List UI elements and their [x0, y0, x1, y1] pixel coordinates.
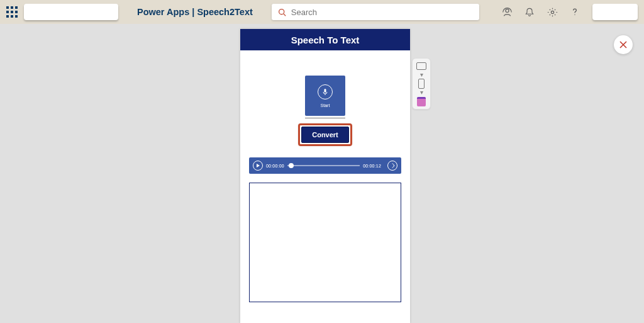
- product-name: Power Apps: [137, 7, 189, 17]
- record-underline: [305, 118, 345, 118]
- seek-knob[interactable]: [289, 163, 294, 168]
- device-preview: Speech To Text Start Convert 00:00:00 00…: [240, 29, 410, 323]
- device-toolbar: ▾ ▾: [412, 58, 431, 110]
- user-pill[interactable]: [592, 4, 638, 20]
- suite-header: Power Apps | Speech2Text: [0, 0, 644, 24]
- window-icon[interactable]: [416, 98, 426, 105]
- suite-title: Power Apps | Speech2Text: [137, 7, 253, 17]
- chevron-down-icon[interactable]: ▾: [420, 90, 423, 95]
- convert-highlight: Convert: [298, 123, 352, 146]
- canvas-area: Speech To Text Start Convert 00:00:00 00…: [0, 24, 644, 323]
- app-title: Speech To Text: [291, 35, 360, 45]
- total-time: 00:00:12: [363, 164, 381, 168]
- app-launcher-icon[interactable]: [6, 6, 18, 18]
- app-name: Speech2Text: [197, 7, 252, 17]
- settings-icon[interactable]: [543, 3, 561, 21]
- audio-player: 00:00:00 00:00:12: [249, 157, 401, 174]
- seek-track[interactable]: [287, 165, 360, 166]
- output-textbox[interactable]: [249, 183, 401, 302]
- close-icon: [619, 40, 628, 49]
- svg-point-4: [574, 14, 575, 15]
- current-time: 00:00:00: [266, 164, 284, 168]
- help-icon[interactable]: [566, 3, 584, 21]
- svg-rect-5: [325, 89, 326, 93]
- diagnostics-icon[interactable]: [498, 3, 516, 21]
- close-button[interactable]: [614, 35, 633, 54]
- record-tile[interactable]: Start: [305, 76, 345, 116]
- svg-point-3: [551, 11, 553, 13]
- title-separator: |: [192, 7, 194, 17]
- svg-line-1: [284, 13, 286, 15]
- tablet-icon[interactable]: [416, 62, 426, 70]
- search-input[interactable]: [290, 7, 456, 18]
- record-label: Start: [321, 103, 330, 108]
- svg-point-2: [505, 9, 508, 12]
- chevron-down-icon[interactable]: ▾: [420, 72, 423, 77]
- search-box[interactable]: [272, 4, 479, 20]
- search-icon: [278, 8, 286, 16]
- app-title-bar: Speech To Text: [240, 29, 410, 50]
- notifications-icon[interactable]: [521, 3, 538, 21]
- volume-icon[interactable]: [387, 161, 397, 171]
- phone-icon[interactable]: [416, 80, 426, 88]
- play-icon[interactable]: [253, 161, 263, 171]
- svg-point-0: [279, 9, 284, 14]
- environment-pill[interactable]: [24, 4, 118, 20]
- convert-button[interactable]: Convert: [301, 127, 349, 143]
- microphone-icon: [318, 84, 333, 99]
